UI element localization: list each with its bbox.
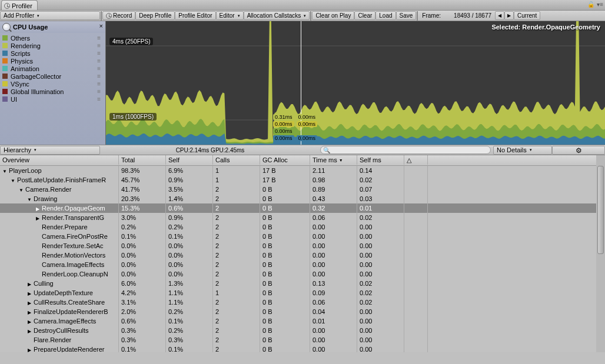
table-row[interactable]: ▶ PrepareUpdateRenderer 0.1% 0.1% 2 0 B …	[0, 345, 605, 352]
disclosure-icon[interactable]: ▼	[19, 188, 24, 193]
save-button[interactable]: Save	[396, 11, 417, 20]
table-row[interactable]: ▶ UpdateDepthTexture 4.2% 1.1% 1 0 B 0.0…	[0, 288, 605, 298]
drag-handle-icon[interactable]: ≡	[97, 65, 101, 72]
frame-label: Frame:	[422, 12, 441, 19]
legend-swatch	[2, 58, 8, 64]
search-input[interactable]: 🔍	[320, 146, 491, 154]
legend-label: Global Illumination	[11, 88, 64, 95]
th-calls[interactable]: Calls	[213, 155, 260, 165]
legend-item[interactable]: Rendering ≡	[2, 42, 103, 49]
table-row[interactable]: ▶ CullResults.CreateShare 3.1% 1.1% 2 0 …	[0, 298, 605, 307]
frame-next-button[interactable]: ▶	[504, 11, 514, 20]
clear-button[interactable]: Clear	[354, 11, 375, 20]
table-row[interactable]: RenderTexture.SetAc 0.0% 0.0% 2 0 B 0.00…	[0, 241, 605, 251]
tab-bar: Profiler 🔓 ▾≡	[0, 0, 605, 11]
th-warning[interactable]: △	[404, 155, 428, 165]
graph-area[interactable]: Selected: Render.OpaqueGeometry 4ms (250…	[106, 21, 605, 145]
table-row[interactable]: ▼ Drawing 20.3% 1.4% 2 0 B 0.43 0.03	[0, 194, 605, 203]
drag-handle-icon[interactable]: ≡	[97, 88, 101, 95]
disclosure-icon[interactable]: ▶	[27, 348, 32, 352]
detail-toolbar: Hierarchy CPU:2.14ms GPU:2.45ms 🔍 No Det…	[0, 145, 605, 155]
record-button[interactable]: Record	[102, 11, 135, 20]
drag-handle-icon[interactable]: ≡	[97, 58, 101, 64]
cpu-gpu-summary: CPU:2.14ms GPU:2.45ms	[100, 147, 320, 153]
th-time-ms[interactable]: Time ms▼	[310, 155, 357, 165]
scrollbar[interactable]	[596, 155, 605, 352]
disclosure-icon[interactable]: ▼	[27, 197, 32, 202]
legend-label: Others	[11, 35, 30, 42]
editor-dropdown[interactable]: Editor	[216, 11, 244, 20]
legend-item[interactable]: Others ≡	[2, 34, 103, 42]
disclosure-icon[interactable]: ▼	[2, 169, 7, 174]
profile-editor-button[interactable]: Profile Editor	[175, 11, 215, 20]
table-row[interactable]: ▶ DestroyCullResults 0.3% 0.2% 2 0 B 0.0…	[0, 326, 605, 335]
th-gc-alloc[interactable]: GC Alloc	[260, 155, 310, 165]
legend-swatch	[2, 74, 8, 79]
scrollbar-thumb[interactable]	[597, 166, 604, 254]
disclosure-icon[interactable]: ▶	[27, 291, 32, 296]
table-row[interactable]: Render.Prepare 0.2% 0.2% 2 0 B 0.00 0.00	[0, 222, 605, 232]
magnifier-icon	[2, 23, 11, 31]
hierarchy-dropdown[interactable]: Hierarchy	[0, 146, 100, 155]
drag-handle-icon[interactable]: ≡	[97, 50, 101, 56]
clear-on-play-button[interactable]: Clear on Play	[312, 11, 354, 20]
deep-profile-button[interactable]: Deep Profile	[135, 11, 175, 20]
table-row[interactable]: Camera.FireOnPostRe 0.1% 0.1% 2 0 B 0.00…	[0, 232, 605, 241]
legend-item[interactable]: Scripts ≡	[2, 49, 103, 57]
legend-label: GarbageCollector	[11, 73, 61, 80]
disclosure-icon[interactable]: ▼	[11, 178, 15, 183]
frame-nav: ◀ ▶	[495, 11, 514, 20]
sort-indicator-icon: ▼	[339, 158, 343, 162]
profiler-tab[interactable]: Profiler	[1, 0, 38, 10]
drag-handle-icon[interactable]: ≡	[97, 73, 101, 79]
drag-handle-icon[interactable]: ≡	[97, 81, 101, 87]
th-total[interactable]: Total	[119, 155, 166, 165]
frame-prev-button[interactable]: ◀	[495, 11, 504, 20]
current-button[interactable]: Current	[514, 11, 540, 20]
add-profiler-dropdown[interactable]: Add Profiler	[0, 11, 100, 20]
th-self[interactable]: Self	[166, 155, 213, 165]
disclosure-icon[interactable]: ▶	[27, 300, 32, 306]
drag-handle-icon[interactable]: ≡	[97, 42, 101, 49]
table-row[interactable]: ▶ FinalizeUpdateRendererB 2.0% 0.2% 2 0 …	[0, 307, 605, 316]
disclosure-icon[interactable]: ▶	[27, 329, 32, 334]
table-row[interactable]: ▼ PlayerLoop 98.3% 6.9% 1 17 B 2.11 0.14	[0, 166, 605, 175]
close-icon[interactable]: ×	[99, 22, 103, 29]
disclosure-icon[interactable]: ▶	[35, 216, 40, 221]
th-overview[interactable]: Overview	[0, 155, 119, 165]
legend-item[interactable]: UI ≡	[2, 95, 103, 103]
details-dropdown[interactable]: No Details	[493, 146, 552, 155]
th-self-ms[interactable]: Self ms	[357, 155, 404, 165]
graph-gridline-1ms: 1ms (1000FPS)	[109, 113, 157, 121]
table-row[interactable]: Render.MotionVectors 0.0% 0.0% 2 0 B 0.0…	[0, 251, 605, 260]
legend-swatch	[2, 43, 8, 48]
legend-item[interactable]: Physics ≡	[2, 57, 103, 65]
table-row[interactable]: ▶ Render.TransparentG 3.0% 0.9% 2 0 B 0.…	[0, 213, 605, 222]
load-button[interactable]: Load	[375, 11, 395, 20]
table-row[interactable]: ▶ Culling 6.0% 1.3% 2 0 B 0.13 0.02	[0, 279, 605, 288]
legend-item[interactable]: Global Illumination ≡	[2, 88, 103, 95]
table-row[interactable]: ▼ PostLateUpdate.FinishFrameR 45.7% 0.9%…	[0, 175, 605, 185]
allocation-callstacks-dropdown[interactable]: Allocation Callstacks	[244, 11, 310, 20]
sidebar-title: CPU Usage	[13, 24, 48, 31]
hierarchy-table[interactable]: Overview Total Self Calls GC Alloc Time …	[0, 155, 605, 352]
legend-item[interactable]: VSync ≡	[2, 80, 103, 88]
window-lock-icon[interactable]: 🔓	[587, 1, 594, 8]
table-row[interactable]: Flare.Render 0.3% 0.3% 2 0 B 0.00 0.00	[0, 335, 605, 345]
disclosure-icon[interactable]: ▶	[27, 319, 32, 325]
drag-handle-icon[interactable]: ≡	[97, 35, 101, 41]
disclosure-icon[interactable]: ▶	[27, 282, 32, 287]
disclosure-icon[interactable]: ▶	[27, 310, 32, 315]
disclosure-icon[interactable]: ▶	[35, 206, 40, 212]
drag-handle-icon[interactable]: ≡	[97, 96, 101, 102]
window-menu-icon[interactable]: ▾≡	[597, 1, 603, 8]
legend-item[interactable]: GarbageCollector ≡	[2, 72, 103, 80]
table-row[interactable]: ▶ Render.OpaqueGeom 15.3% 0.6% 2 0 B 0.3…	[0, 203, 605, 213]
settings-button[interactable]: ⚙	[552, 146, 605, 155]
table-header: Overview Total Self Calls GC Alloc Time …	[0, 155, 605, 166]
legend-item[interactable]: Animation ≡	[2, 65, 103, 72]
table-row[interactable]: RenderLoop.CleanupN 0.0% 0.0% 2 0 B 0.00…	[0, 269, 605, 279]
table-row[interactable]: ▼ Camera.Render 41.7% 3.5% 2 0 B 0.89 0.…	[0, 185, 605, 194]
table-row[interactable]: ▶ Camera.ImageEffects 0.6% 0.1% 2 0 B 0.…	[0, 316, 605, 326]
table-row[interactable]: Camera.ImageEffects 0.0% 0.0% 2 0 B 0.00…	[0, 260, 605, 269]
